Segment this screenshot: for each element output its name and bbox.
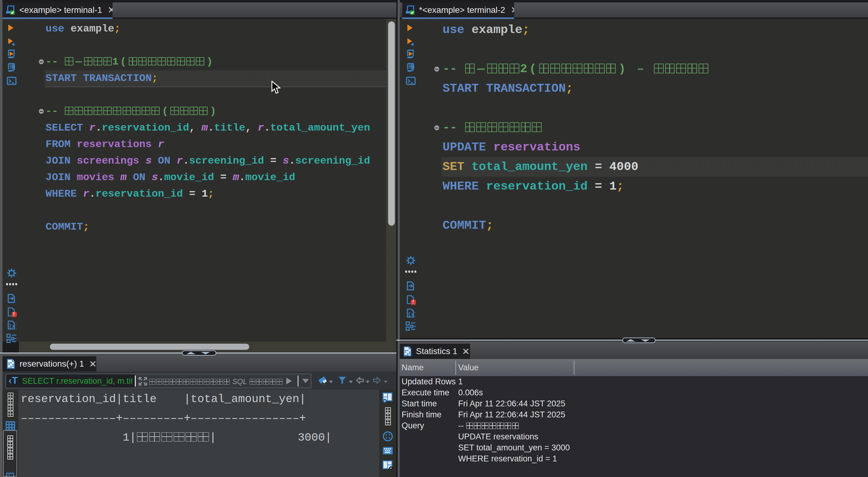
- svg-text:!: !: [13, 312, 15, 317]
- svg-text:[x]: [x]: [9, 323, 17, 329]
- svg-text:T: T: [8, 474, 11, 477]
- svg-text:[x]: [x]: [408, 312, 416, 317]
- svg-text:!: !: [412, 299, 414, 305]
